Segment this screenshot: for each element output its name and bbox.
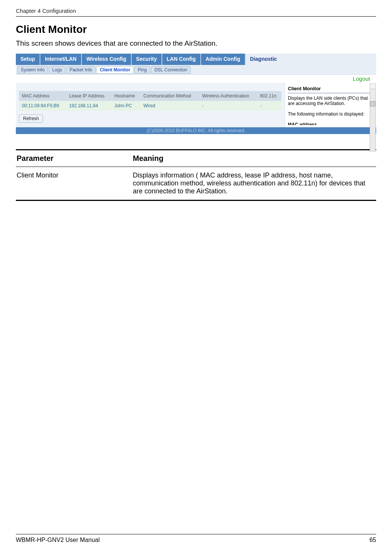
subtab-client-monitor[interactable]: Client Monitor — [96, 66, 134, 74]
side-text-cut: MAC address — [288, 122, 373, 125]
side-rule — [288, 93, 373, 93]
subtab-logs[interactable]: Logs — [49, 66, 65, 74]
client-table: MAC Address Lease IP Address Hostname Co… — [19, 91, 281, 111]
param-header: Parameter — [16, 150, 132, 167]
side-text-1: Displays the LAN side clients (PCs) that… — [288, 96, 373, 106]
col-80211n: 802.11n — [257, 91, 281, 101]
ui-side-panel: Client Monitor Displays the LAN side cli… — [284, 83, 376, 127]
col-hostname: Hostname — [111, 91, 140, 101]
tab-wireless-config[interactable]: Wireless Config — [82, 54, 132, 65]
page-number: 65 — [369, 537, 376, 543]
footer-rule — [16, 534, 376, 534]
tab-internet-lan[interactable]: Internet/LAN — [40, 54, 82, 65]
subtab-packet-info[interactable]: Packet Info — [66, 66, 95, 74]
refresh-button[interactable]: Refresh — [19, 114, 43, 123]
sub-tabs: System Info Logs Packet Info Client Moni… — [16, 65, 376, 75]
side-scrollbar[interactable] — [370, 83, 376, 151]
page-footer: WBMR-HP-GNV2 User Manual 65 — [16, 534, 376, 543]
tab-lan-config[interactable]: LAN Config — [162, 54, 201, 65]
scroll-thumb[interactable] — [370, 101, 375, 106]
section-intro: This screen shows devices that are conne… — [16, 39, 376, 48]
meaning-header: Meaning — [132, 150, 376, 167]
side-title: Client Monitor — [288, 86, 373, 91]
tab-setup[interactable]: Setup — [16, 54, 40, 65]
cell-auth: - — [199, 101, 257, 111]
param-cell: Client Monitor — [16, 167, 132, 201]
ui-main: MAC Address Lease IP Address Hostname Co… — [16, 83, 284, 127]
tab-diagnostic[interactable]: Diagnostic — [246, 54, 376, 65]
page-header: Chapter 4 Configuration — [0, 0, 392, 16]
section-title: Client Monitor — [16, 23, 376, 35]
router-ui-screenshot: Setup Internet/LAN Wireless Config Secur… — [16, 54, 376, 134]
cell-mac: 00:11:09:94:F5:B9 — [19, 101, 66, 111]
col-comm-method: Communication Method — [140, 91, 199, 101]
header-rule — [16, 16, 376, 17]
cell-method: Wired — [140, 101, 199, 111]
cell-11n: - — [257, 101, 281, 111]
side-text-2: The following information is displayed: — [288, 111, 373, 117]
copyright-text: (C)2000-2010 BUFFALO INC. All rights res… — [147, 128, 245, 133]
main-tabs: Setup Internet/LAN Wireless Config Secur… — [16, 54, 376, 65]
table-row: 00:11:09:94:F5:B9 192.168.11.64 John-PC … — [19, 101, 281, 111]
subtab-dsl-connection[interactable]: DSL Connection — [151, 66, 191, 74]
table-row: Client Monitor Displays information ( MA… — [16, 167, 376, 201]
col-lease-ip: Lease IP Address — [66, 91, 111, 101]
cell-hostname: John-PC — [111, 101, 140, 111]
scroll-up-icon[interactable] — [370, 84, 375, 89]
subtab-ping[interactable]: Ping — [134, 66, 150, 74]
col-mac: MAC Address — [19, 91, 66, 101]
tab-security[interactable]: Security — [132, 54, 162, 65]
copyright-bar: (C)2000-2010 BUFFALO INC. All rights res… — [16, 127, 376, 134]
tab-admin-config[interactable]: Admin Config — [201, 54, 246, 65]
subtab-system-info[interactable]: System Info — [17, 66, 48, 74]
logout-link[interactable]: Logout — [353, 76, 370, 82]
chapter-label: Chapter 4 Configuration — [16, 8, 76, 14]
meaning-cell: Displays information ( MAC address, leas… — [132, 167, 376, 201]
manual-name: WBMR-HP-GNV2 User Manual — [16, 537, 100, 543]
parameter-table: Parameter Meaning Client Monitor Display… — [16, 149, 376, 201]
cell-ip: 192.168.11.64 — [66, 101, 111, 111]
page-content: Client Monitor This screen shows devices… — [0, 23, 392, 201]
ui-body: MAC Address Lease IP Address Hostname Co… — [16, 83, 376, 127]
col-wireless-auth: Wireless Authentication — [199, 91, 257, 101]
logout-row: Logout — [16, 75, 376, 83]
